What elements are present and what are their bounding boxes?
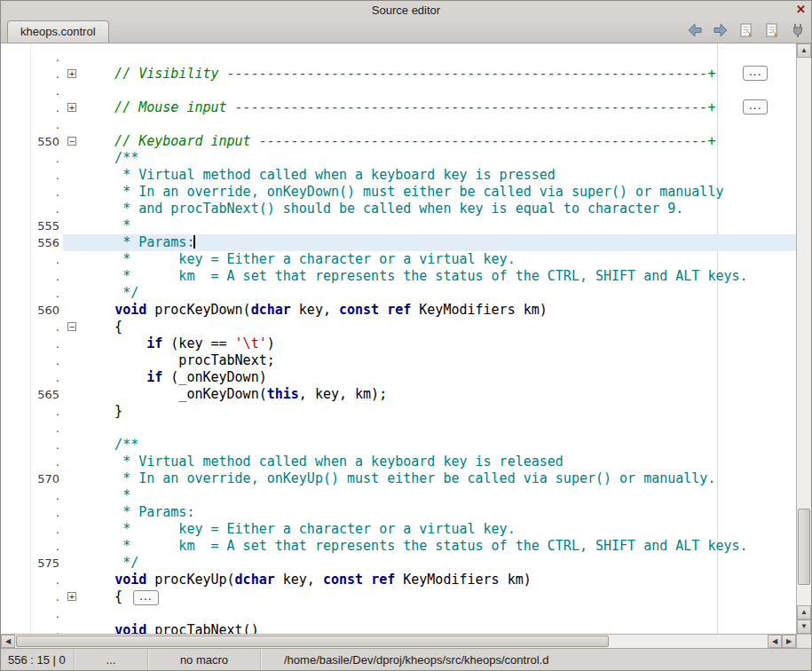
collapsed-fold-ellipsis[interactable]: ... — [133, 590, 158, 605]
code-text[interactable]: * key = Either a character or a virtual … — [83, 521, 796, 538]
code-line[interactable]: . — [1, 420, 796, 437]
line-number[interactable]: . — [1, 167, 63, 184]
vertical-scroll-track[interactable] — [797, 58, 811, 605]
code-line[interactable]: . if (_onKeyDown) — [1, 369, 796, 386]
line-number[interactable]: . — [1, 622, 63, 634]
line-number[interactable]: . — [1, 99, 63, 116]
scroll-left-button-2[interactable]: ◀ — [768, 635, 782, 648]
document-edit-button[interactable] — [737, 21, 756, 41]
code-text[interactable]: /** — [83, 150, 796, 167]
fold-expand-icon[interactable]: + — [67, 592, 76, 601]
code-line[interactable]: . /** — [1, 150, 796, 167]
code-line[interactable]: . if (key == '\t') — [1, 336, 796, 352]
scroll-down-button[interactable]: ▼ — [797, 620, 811, 634]
code-text[interactable]: // Visibility --------------------------… — [83, 66, 796, 83]
tab-kheops-control[interactable]: kheops.control — [7, 20, 109, 43]
line-number[interactable]: 555 — [1, 217, 63, 234]
code-text[interactable]: procTabNext; — [83, 352, 796, 369]
code-line[interactable]: . void procTabNext() — [1, 622, 796, 634]
collapsed-fold-ellipsis[interactable]: ... — [743, 99, 768, 114]
code-text[interactable]: { — [83, 319, 796, 336]
code-line[interactable]: 550− // Keyboard input -----------------… — [1, 133, 796, 150]
line-number[interactable]: . — [1, 403, 63, 420]
line-number[interactable]: . — [1, 454, 63, 470]
vertical-scroll-thumb[interactable] — [798, 509, 810, 585]
code-text[interactable]: void procKeyUp(dchar key, const ref KeyM… — [83, 572, 796, 588]
code-text[interactable] — [83, 83, 796, 99]
code-text[interactable]: * km = A set that represents the status … — [83, 538, 796, 555]
horizontal-scrollbar[interactable]: ◀ ◀ ▶ — [1, 634, 796, 648]
code-line[interactable]: . * — [1, 487, 796, 504]
code-text[interactable]: * key = Either a character or a virtual … — [83, 251, 796, 268]
code-line[interactable]: 556 * Params: — [1, 234, 796, 251]
detach-button[interactable] — [788, 21, 808, 41]
code-line[interactable]: . * Params: — [1, 504, 796, 521]
line-number[interactable]: 565 — [1, 386, 63, 403]
code-line[interactable]: . * km = A set that represents the statu… — [1, 538, 796, 555]
line-number[interactable]: 575 — [1, 555, 63, 572]
code-line[interactable]: . void procKeyUp(dchar key, const ref Ke… — [1, 572, 796, 588]
code-text[interactable]: // Mouse input -------------------------… — [83, 99, 796, 116]
code-text[interactable]: * and procTabNext() should be called whe… — [83, 201, 796, 217]
line-number[interactable]: . — [1, 487, 63, 504]
line-number[interactable]: . — [1, 504, 63, 521]
code-line[interactable]: 565 _onKeyDown(this, key, km); — [1, 386, 796, 403]
nav-forward-button[interactable] — [711, 21, 730, 41]
line-number[interactable]: 556 — [1, 234, 63, 251]
code-text[interactable]: * — [83, 217, 796, 234]
code-line[interactable]: . * Virtual method called when a keyboar… — [1, 454, 796, 470]
code-line[interactable]: . * In an override, onKeyDown() must eit… — [1, 184, 796, 201]
code-text[interactable] — [83, 420, 796, 437]
code-line[interactable]: .− { — [1, 319, 796, 336]
code-text[interactable]: _onKeyDown(this, key, km); — [83, 386, 796, 403]
line-number[interactable]: . — [1, 150, 63, 167]
code-text[interactable]: if (_onKeyDown) — [83, 369, 796, 386]
code-line[interactable]: .+ // Mouse input ----------------------… — [1, 99, 796, 116]
horizontal-scroll-thumb[interactable] — [16, 635, 609, 647]
fold-expand-icon[interactable]: + — [67, 69, 76, 78]
code-line[interactable]: 570 * In an override, onKeyUp() must eit… — [1, 470, 796, 487]
line-number[interactable]: . — [1, 437, 63, 454]
code-line[interactable]: . — [1, 605, 796, 622]
code-text[interactable]: * Params: — [83, 504, 796, 521]
vertical-scrollbar[interactable]: ▲ ▲ ▼ — [796, 43, 811, 634]
scroll-right-button[interactable]: ▶ — [782, 635, 796, 648]
window-titlebar[interactable]: Source editor ✕ — [1, 1, 811, 19]
code-text[interactable]: /** — [83, 437, 796, 454]
code-line[interactable]: . * key = Either a character or a virtua… — [1, 251, 796, 268]
code-line[interactable]: . * km = A set that represents the statu… — [1, 268, 796, 285]
code-line[interactable]: . — [1, 49, 796, 66]
code-text[interactable]: // Keyboard input ----------------------… — [83, 133, 796, 150]
code-text[interactable]: */ — [83, 285, 796, 302]
code-text[interactable]: * — [83, 487, 796, 504]
code-line[interactable]: . /** — [1, 437, 796, 454]
code-text[interactable]: void procKeyDown(dchar key, const ref Ke… — [83, 302, 796, 319]
line-number[interactable]: . — [1, 369, 63, 386]
scroll-up-button-2[interactable]: ▲ — [797, 605, 811, 620]
line-number[interactable]: . — [1, 538, 63, 555]
code-line[interactable]: .+ // Visibility -----------------------… — [1, 66, 796, 83]
line-number[interactable]: . — [1, 201, 63, 217]
fold-collapse-icon[interactable]: − — [67, 137, 76, 146]
line-number[interactable]: 560 — [1, 302, 63, 319]
code-line[interactable]: . */ — [1, 285, 796, 302]
fold-expand-icon[interactable]: + — [67, 103, 76, 112]
scroll-left-button[interactable]: ◀ — [1, 635, 15, 648]
line-number[interactable]: . — [1, 83, 63, 99]
line-number[interactable]: . — [1, 66, 63, 83]
code-text[interactable]: } — [83, 403, 796, 420]
code-text[interactable]: * Params: — [83, 234, 796, 251]
line-number[interactable]: . — [1, 268, 63, 285]
document-edit-button-2[interactable] — [762, 21, 782, 41]
line-number[interactable]: 550 — [1, 133, 63, 150]
code-text[interactable]: * Virtual method called when a keyboard … — [83, 454, 796, 470]
line-number[interactable]: . — [1, 605, 63, 622]
line-number[interactable]: . — [1, 336, 63, 352]
code-text[interactable] — [83, 116, 796, 133]
code-text[interactable]: void procTabNext() — [83, 622, 796, 634]
code-line[interactable]: . * and procTabNext() should be called w… — [1, 201, 796, 217]
code-line[interactable]: . * Virtual method called when a keyboar… — [1, 167, 796, 184]
line-number[interactable]: . — [1, 572, 63, 588]
code-text[interactable]: * In an override, onKeyDown() must eithe… — [83, 184, 796, 201]
line-number[interactable]: . — [1, 116, 63, 133]
